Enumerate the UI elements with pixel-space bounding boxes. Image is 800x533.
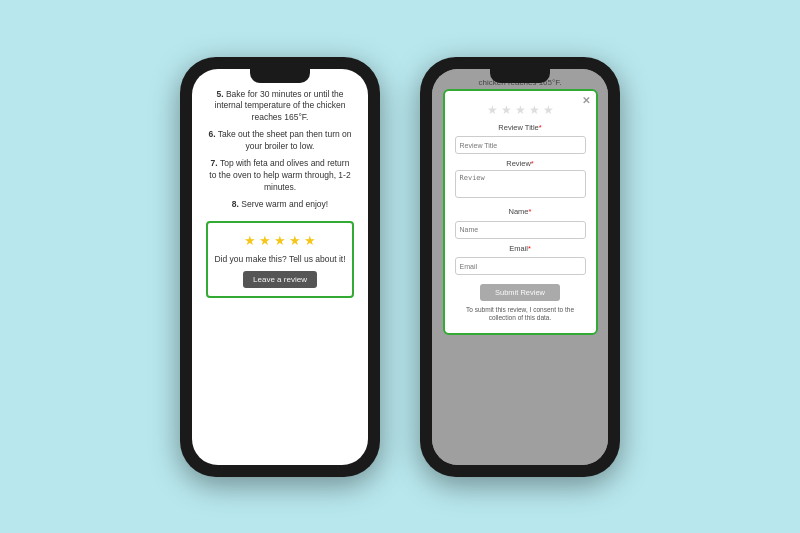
email-input[interactable] bbox=[455, 257, 586, 275]
submit-review-button[interactable]: Submit Review bbox=[480, 284, 560, 301]
modal-star-3[interactable]: ★ bbox=[515, 103, 526, 117]
modal-star-5[interactable]: ★ bbox=[543, 103, 554, 117]
review-title-label: Review Title* bbox=[455, 123, 586, 132]
modal-overlay: ✕ ★ ★ ★ ★ ★ Review Title* Review* bbox=[432, 69, 608, 465]
modal-star-1[interactable]: ★ bbox=[487, 103, 498, 117]
modal-star-rating[interactable]: ★ ★ ★ ★ ★ bbox=[455, 103, 586, 117]
review-title-input[interactable] bbox=[455, 136, 586, 154]
recipe-steps-list: 5. Bake for 30 minutes or until the inte… bbox=[206, 89, 354, 211]
right-phone: chicken reaches 165°F. 6. Take out the s… bbox=[420, 57, 620, 477]
star-3: ★ bbox=[274, 231, 286, 251]
modal-star-2[interactable]: ★ bbox=[501, 103, 512, 117]
step-6: 6. Take out the sheet pan then turn on y… bbox=[206, 129, 354, 153]
star-4: ★ bbox=[289, 231, 301, 251]
phone-notch-right bbox=[490, 69, 550, 83]
left-phone-screen: 5. Bake for 30 minutes or until the inte… bbox=[192, 69, 368, 465]
step-7: 7. Top with feta and olives and return t… bbox=[206, 158, 354, 194]
step-8: 8. Serve warm and enjoy! bbox=[206, 199, 354, 211]
review-textarea[interactable] bbox=[455, 170, 586, 198]
star-5: ★ bbox=[304, 231, 316, 251]
star-rating-display: ★ ★ ★ ★ ★ bbox=[214, 231, 346, 251]
phone-notch-left bbox=[250, 69, 310, 83]
left-screen-body: 5. Bake for 30 minutes or until the inte… bbox=[192, 69, 368, 313]
consent-text: To submit this review, I consent to the … bbox=[455, 306, 586, 323]
modal-star-4[interactable]: ★ bbox=[529, 103, 540, 117]
left-phone: 5. Bake for 30 minutes or until the inte… bbox=[180, 57, 380, 477]
email-label: Email* bbox=[455, 244, 586, 253]
review-prompt-box: ★ ★ ★ ★ ★ Did you make this? Tell us abo… bbox=[206, 221, 354, 299]
right-screen-body: chicken reaches 165°F. 6. Take out the s… bbox=[432, 69, 608, 465]
step-5: 5. Bake for 30 minutes or until the inte… bbox=[206, 89, 354, 125]
name-input[interactable] bbox=[455, 221, 586, 239]
review-label: Review* bbox=[455, 159, 586, 168]
review-modal: ✕ ★ ★ ★ ★ ★ Review Title* Review* bbox=[443, 89, 598, 335]
review-tagline: Did you make this? Tell us about it! bbox=[214, 254, 346, 265]
close-icon[interactable]: ✕ bbox=[582, 95, 590, 106]
star-2: ★ bbox=[259, 231, 271, 251]
right-phone-screen: chicken reaches 165°F. 6. Take out the s… bbox=[432, 69, 608, 465]
star-1: ★ bbox=[244, 231, 256, 251]
name-label: Name* bbox=[455, 207, 586, 216]
leave-review-button[interactable]: Leave a review bbox=[243, 271, 317, 288]
